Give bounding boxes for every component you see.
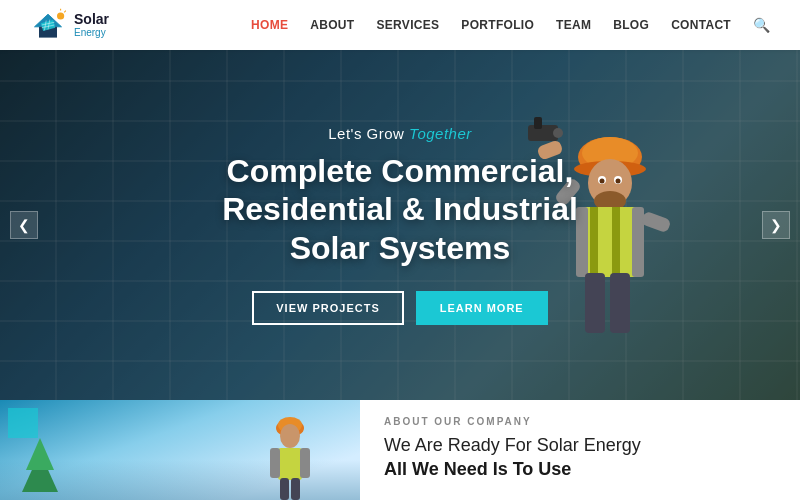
- nav-portfolio[interactable]: PORTFOLIO: [461, 18, 534, 32]
- view-projects-button[interactable]: VIEW PROJECTS: [252, 291, 403, 325]
- logo[interactable]: Solar Energy: [30, 7, 109, 43]
- hero-content: Let's Grow Together Complete Commercial,…: [120, 125, 680, 325]
- hero-section: ❮ Let's Grow Together Complete Commercia…: [0, 50, 800, 400]
- nav-contact[interactable]: CONTACT: [671, 18, 731, 32]
- learn-more-button[interactable]: LEARN MORE: [416, 291, 548, 325]
- hero-buttons: VIEW PROJECTS LEARN MORE: [180, 291, 620, 325]
- logo-text: Solar Energy: [74, 12, 109, 38]
- nav-blog[interactable]: BLOG: [613, 18, 649, 32]
- svg-point-35: [280, 424, 300, 448]
- svg-rect-36: [278, 448, 302, 480]
- main-nav: HOME ABOUT SERVICES PORTFOLIO TEAM BLOG …: [251, 17, 770, 33]
- hero-subtitle: Let's Grow Together: [180, 125, 620, 142]
- header: Solar Energy HOME ABOUT SERVICES PORTFOL…: [0, 0, 800, 50]
- logo-icon: [30, 7, 66, 43]
- nav-about[interactable]: ABOUT: [310, 18, 354, 32]
- search-icon[interactable]: 🔍: [753, 17, 770, 33]
- nav-home[interactable]: HOME: [251, 18, 288, 32]
- nav-team[interactable]: TEAM: [556, 18, 591, 32]
- svg-rect-39: [280, 478, 289, 500]
- teal-accent-box: [8, 408, 38, 438]
- nav-services[interactable]: SERVICES: [376, 18, 439, 32]
- worker-small-icon: [260, 410, 320, 500]
- hero-next-arrow[interactable]: ❯: [762, 211, 790, 239]
- about-image: [0, 400, 360, 500]
- svg-rect-38: [300, 448, 310, 478]
- about-text: ABOUT OUR COMPANY We Are Ready For Solar…: [360, 400, 800, 500]
- svg-point-7: [57, 12, 64, 19]
- hero-prev-arrow[interactable]: ❮: [10, 211, 38, 239]
- bottom-section: ABOUT OUR COMPANY We Are Ready For Solar…: [0, 400, 800, 500]
- svg-line-9: [64, 11, 66, 13]
- about-title: We Are Ready For Solar Energy All We Nee…: [384, 433, 776, 482]
- svg-rect-40: [291, 478, 300, 500]
- hero-title: Complete Commercial, Residential & Indus…: [180, 152, 620, 267]
- about-label: ABOUT OUR COMPANY: [384, 416, 776, 427]
- svg-rect-37: [270, 448, 280, 478]
